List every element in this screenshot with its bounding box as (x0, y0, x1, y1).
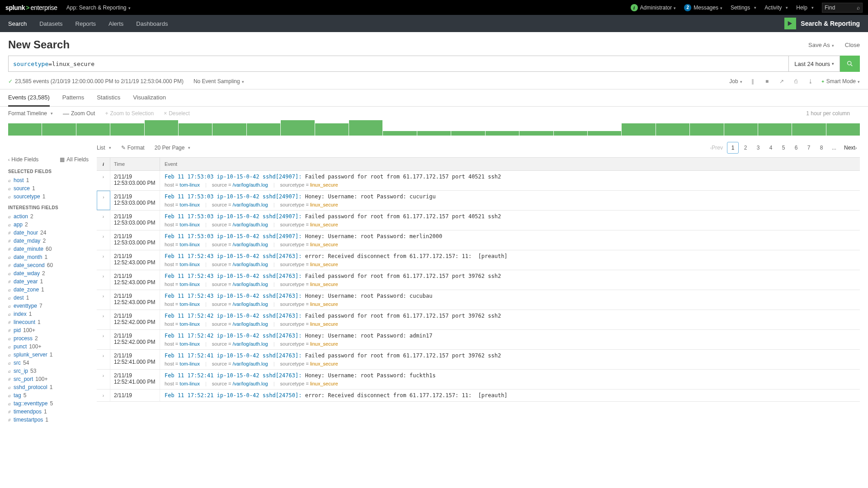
timeline-chart[interactable] (0, 119, 868, 136)
find-input[interactable]: Find ⌕ (822, 3, 863, 13)
meta-source[interactable]: /var/log/auth.log (232, 202, 268, 207)
format-timeline-dropdown[interactable]: Format Timeline (8, 110, 53, 117)
meta-sourcetype[interactable]: linux_secure (310, 222, 338, 227)
timeline-bar[interactable] (212, 123, 246, 136)
expand-row-button[interactable]: › (97, 389, 110, 401)
field-pid[interactable]: #pid100+ (8, 326, 92, 334)
timeline-bar[interactable] (281, 120, 314, 136)
expand-row-button[interactable]: › (97, 350, 110, 369)
event-body[interactable]: Feb 11 17:52:43 ip-10-15-0-42 sshd[24763… (160, 250, 860, 270)
meta-host[interactable]: tom-linux (179, 242, 200, 247)
time-column-header[interactable]: Time (110, 158, 160, 170)
print-icon[interactable]: ⎙ (792, 78, 800, 84)
nav-item-alerts[interactable]: Alerts (108, 20, 123, 27)
meta-source[interactable]: /var/log/auth.log (232, 262, 268, 267)
page-8-button[interactable]: 8 (816, 142, 827, 154)
event-sampling-dropdown[interactable]: No Event Sampling (193, 78, 244, 84)
help-menu[interactable]: Help (796, 5, 814, 11)
share-icon[interactable]: ↗ (778, 78, 786, 84)
field-dest[interactable]: adest1 (8, 294, 92, 302)
page-...-button[interactable]: ... (828, 142, 840, 154)
activity-menu[interactable]: Activity (764, 5, 788, 11)
timeline-bar[interactable] (110, 123, 144, 136)
meta-sourcetype[interactable]: linux_secure (310, 202, 338, 207)
field-src_ip[interactable]: asrc_ip53 (8, 367, 92, 375)
meta-sourcetype[interactable]: linux_secure (310, 182, 338, 188)
field-date_minute[interactable]: #date_minute60 (8, 245, 92, 253)
meta-source[interactable]: /var/log/auth.log (232, 282, 268, 287)
field-process[interactable]: aprocess2 (8, 334, 92, 343)
meta-host[interactable]: tom-linux (179, 222, 200, 227)
timeline-bar[interactable] (42, 123, 75, 136)
timeline-bar[interactable] (247, 123, 280, 136)
meta-host[interactable]: tom-linux (179, 262, 200, 267)
field-date_year[interactable]: #date_year1 (8, 277, 92, 286)
timeline-bar[interactable] (383, 131, 416, 136)
timeline-bar[interactable] (690, 123, 723, 136)
page-7-button[interactable]: 7 (803, 142, 815, 154)
event-body[interactable]: Feb 11 17:52:43 ip-10-15-0-42 sshd[24763… (160, 270, 860, 290)
meta-host[interactable]: tom-linux (179, 321, 200, 327)
expand-row-button[interactable]: › (97, 171, 110, 190)
page-6-button[interactable]: 6 (790, 142, 802, 154)
meta-source[interactable]: /var/log/auth.log (232, 222, 268, 227)
field-date_month[interactable]: adate_month1 (8, 253, 92, 261)
expand-row-button[interactable]: › (97, 191, 110, 210)
timeline-bar[interactable] (554, 131, 587, 136)
next-page-button[interactable]: Next › (841, 142, 860, 154)
meta-host[interactable]: tom-linux (179, 282, 200, 287)
field-source[interactable]: asource1 (8, 184, 92, 192)
job-menu[interactable]: Job (729, 78, 742, 84)
field-timeendpos[interactable]: #timeendpos1 (8, 408, 92, 416)
expand-row-button[interactable]: › (97, 330, 110, 349)
per-page-dropdown[interactable]: 20 Per Page (155, 145, 191, 151)
event-body[interactable]: Feb 11 17:53:03 ip-10-15-0-42 sshd[24907… (160, 211, 860, 230)
pause-icon[interactable]: ‖ (749, 78, 757, 84)
expand-row-button[interactable]: › (97, 270, 110, 290)
field-tag::eventtype[interactable]: atag::eventtype5 (8, 399, 92, 408)
meta-sourcetype[interactable]: linux_secure (310, 242, 338, 247)
field-index[interactable]: aindex1 (8, 310, 92, 318)
field-timestartpos[interactable]: #timestartpos1 (8, 416, 92, 424)
meta-source[interactable]: /var/log/auth.log (232, 182, 268, 188)
timeline-bar[interactable] (588, 131, 621, 136)
field-date_wday[interactable]: adate_wday2 (8, 269, 92, 277)
field-date_mday[interactable]: #date_mday2 (8, 237, 92, 245)
event-body[interactable]: Feb 11 17:53:03 ip-10-15-0-42 sshd[24907… (160, 230, 860, 250)
field-src_port[interactable]: #src_port100+ (8, 375, 92, 383)
meta-sourcetype[interactable]: linux_secure (310, 361, 338, 366)
meta-source[interactable]: /var/log/auth.log (232, 341, 268, 347)
expand-row-button[interactable]: › (97, 250, 110, 270)
administrator-menu[interactable]: i Administrator (631, 4, 676, 11)
tab-statistics[interactable]: Statistics (97, 89, 120, 106)
timeline-bar[interactable] (792, 123, 826, 136)
run-search-button[interactable] (840, 56, 860, 72)
timeline-bar[interactable] (8, 123, 42, 136)
meta-host[interactable]: tom-linux (179, 301, 200, 307)
timeline-bar[interactable] (826, 123, 860, 136)
expand-row-button[interactable]: › (97, 290, 110, 310)
field-action[interactable]: aaction2 (8, 212, 92, 221)
stop-icon[interactable]: ■ (763, 78, 771, 84)
expand-row-button[interactable]: › (97, 230, 110, 250)
meta-sourcetype[interactable]: linux_secure (310, 282, 338, 287)
tab-visualization[interactable]: Visualization (133, 89, 166, 106)
search-input[interactable]: sourcetype=linux_secure (8, 56, 789, 72)
app-context-dropdown[interactable]: App: Search & Reporting (66, 5, 131, 11)
event-body[interactable]: Feb 11 17:52:41 ip-10-15-0-42 sshd[24763… (160, 350, 860, 369)
field-host[interactable]: ahost1 (8, 176, 92, 184)
meta-source[interactable]: /var/log/auth.log (232, 242, 268, 247)
format-button[interactable]: ✎Format (121, 145, 145, 151)
timeline-bar[interactable] (315, 123, 349, 136)
meta-sourcetype[interactable]: linux_secure (310, 262, 338, 267)
zoom-out-button[interactable]: —Zoom Out (63, 110, 95, 117)
page-1-button[interactable]: 1 (727, 142, 739, 154)
meta-host[interactable]: tom-linux (179, 381, 200, 386)
field-punct[interactable]: apunct100+ (8, 343, 92, 351)
page-4-button[interactable]: 4 (765, 142, 777, 154)
app-brand[interactable]: Search & Reporting (784, 18, 860, 29)
deselect-button[interactable]: ×Deselect (164, 110, 190, 117)
meta-sourcetype[interactable]: linux_secure (310, 341, 338, 347)
meta-source[interactable]: /var/log/auth.log (232, 381, 268, 386)
all-fields-button[interactable]: ▦ All Fields (60, 156, 89, 163)
